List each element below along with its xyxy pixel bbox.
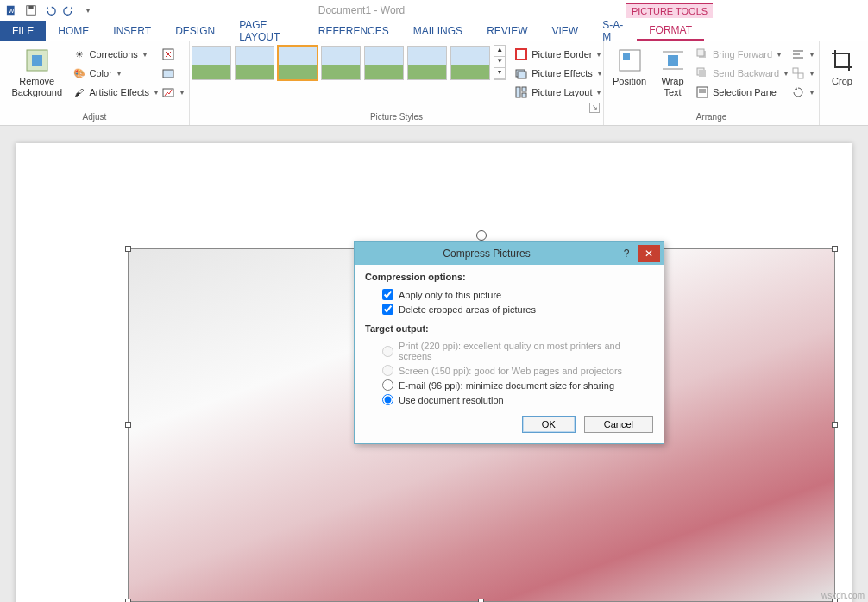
send-backward-icon xyxy=(695,66,709,80)
svg-rect-11 xyxy=(518,72,526,78)
resize-handle-e[interactable] xyxy=(832,422,838,428)
cancel-button[interactable]: Cancel xyxy=(584,416,653,433)
tab-view[interactable]: VIEW xyxy=(539,21,590,41)
style-thumb-4[interactable] xyxy=(321,46,361,80)
bring-forward-button[interactable]: Bring Forward xyxy=(695,45,788,64)
style-thumb-3[interactable] xyxy=(278,46,318,80)
artistic-effects-button[interactable]: 🖌Artistic Effects xyxy=(72,83,158,102)
apply-only-option[interactable]: Apply only to this picture xyxy=(365,287,653,302)
gallery-more-icon[interactable]: ▾ xyxy=(494,68,505,79)
wrap-text-button[interactable]: Wrap Text xyxy=(653,45,692,100)
svg-rect-30 xyxy=(793,68,798,73)
tab-home[interactable]: HOME xyxy=(46,21,101,41)
group-arrange: Position Wrap Text Bring Forward Send Ba… xyxy=(604,41,820,125)
tab-format[interactable]: FORMAT xyxy=(637,21,704,41)
resize-handle-nw[interactable] xyxy=(125,246,131,252)
email-radio[interactable] xyxy=(382,379,393,391)
color-button[interactable]: 🎨Color xyxy=(72,64,158,83)
ribbon-tabs: FILE HOME INSERT DESIGN PAGE LAYOUT REFE… xyxy=(0,21,868,41)
tab-review[interactable]: REVIEW xyxy=(475,21,539,41)
sun-icon: ☀ xyxy=(72,47,86,61)
style-thumb-7[interactable] xyxy=(450,46,490,80)
remove-background-icon xyxy=(23,47,51,74)
save-icon[interactable] xyxy=(22,2,40,19)
position-icon xyxy=(616,47,644,74)
dialog-title: Compress Pictures xyxy=(358,248,615,260)
qat-customize-icon[interactable]: ▾ xyxy=(79,2,97,19)
layout-icon xyxy=(514,85,528,99)
redo-icon[interactable] xyxy=(60,2,78,19)
dialog-body: Compression options: Apply only to this … xyxy=(355,265,664,443)
svg-rect-23 xyxy=(699,70,706,77)
align-button[interactable] xyxy=(791,45,814,64)
position-button[interactable]: Position xyxy=(609,45,650,89)
tab-mailings[interactable]: MAILINGS xyxy=(401,21,475,41)
picture-layout-button[interactable]: Picture Layout xyxy=(514,83,601,102)
selection-pane-icon xyxy=(695,85,709,99)
ok-button[interactable]: OK xyxy=(522,416,576,433)
gallery-scroll[interactable]: ▲▼▾ xyxy=(494,45,506,80)
crop-icon xyxy=(828,47,856,74)
group-adjust-label: Adjust xyxy=(5,110,184,123)
style-thumb-6[interactable] xyxy=(407,46,447,80)
dialog-help-button[interactable]: ? xyxy=(615,245,638,262)
group-picture-styles: ▲▼▾ Picture Border Picture Effects Pictu… xyxy=(190,41,604,125)
reset-picture-button[interactable] xyxy=(161,83,184,102)
use-doc-res-option[interactable]: Use document resolution xyxy=(365,392,653,407)
picture-effects-button[interactable]: Picture Effects xyxy=(514,64,601,83)
tab-sam[interactable]: S-A-M xyxy=(590,21,637,41)
tab-file[interactable]: FILE xyxy=(0,21,46,41)
remove-background-button[interactable]: Remove Background xyxy=(5,45,69,100)
undo-icon[interactable] xyxy=(41,2,59,19)
svg-rect-7 xyxy=(163,70,173,78)
style-thumb-5[interactable] xyxy=(364,46,404,80)
print-option: Print (220 ppi): excellent quality on mo… xyxy=(365,339,653,363)
palette-icon: 🎨 xyxy=(72,66,86,80)
dialog-close-button[interactable]: ✕ xyxy=(638,245,660,262)
delete-cropped-option[interactable]: Delete cropped areas of pictures xyxy=(365,302,653,317)
send-backward-button[interactable]: Send Backward xyxy=(695,64,788,83)
corrections-button[interactable]: ☀Corrections xyxy=(72,45,158,64)
selection-pane-button[interactable]: Selection Pane xyxy=(695,83,788,102)
svg-rect-12 xyxy=(516,87,520,97)
style-thumb-2[interactable] xyxy=(235,46,274,80)
style-thumb-1[interactable] xyxy=(192,46,231,80)
compress-pictures-button[interactable] xyxy=(161,45,184,64)
tab-insert[interactable]: INSERT xyxy=(101,21,163,41)
picture-border-button[interactable]: Picture Border xyxy=(514,45,601,64)
rotate-handle[interactable] xyxy=(476,230,487,241)
compress-pictures-dialog: Compress Pictures ? ✕ Compression option… xyxy=(354,241,664,444)
rotate-button[interactable] xyxy=(791,83,814,102)
crop-button[interactable]: Crop xyxy=(825,45,859,89)
use-doc-res-radio[interactable] xyxy=(382,394,393,405)
svg-rect-31 xyxy=(798,73,803,78)
resize-handle-s[interactable] xyxy=(478,599,484,602)
dialog-titlebar[interactable]: Compress Pictures ? ✕ xyxy=(355,242,664,265)
resize-handle-ne[interactable] xyxy=(832,246,838,252)
tab-page-layout[interactable]: PAGE LAYOUT xyxy=(227,21,306,41)
wrap-text-icon xyxy=(659,47,687,74)
print-radio xyxy=(382,346,393,357)
apply-only-checkbox[interactable] xyxy=(382,289,393,300)
resize-handle-w[interactable] xyxy=(125,422,131,428)
word-app-icon[interactable]: W xyxy=(3,2,21,19)
email-option[interactable]: E-mail (96 ppi): minimize document size … xyxy=(365,378,653,392)
screen-option: Screen (150 ppi): good for Web pages and… xyxy=(365,363,653,378)
tab-design[interactable]: DESIGN xyxy=(163,21,227,41)
effects-icon xyxy=(514,66,528,80)
compression-options-label: Compression options: xyxy=(365,272,653,282)
change-picture-button[interactable] xyxy=(161,64,184,83)
reset-icon xyxy=(161,85,175,99)
gallery-down-icon[interactable]: ▼ xyxy=(494,57,505,68)
tab-references[interactable]: REFERENCES xyxy=(306,21,401,41)
svg-rect-5 xyxy=(32,55,42,66)
svg-rect-14 xyxy=(522,93,526,97)
gallery-up-icon[interactable]: ▲ xyxy=(494,46,505,57)
svg-rect-16 xyxy=(623,53,630,60)
picture-styles-launcher[interactable]: ↘ xyxy=(589,103,600,113)
picture-styles-gallery[interactable]: ▲▼▾ xyxy=(192,45,506,80)
resize-handle-sw[interactable] xyxy=(125,599,131,602)
delete-cropped-checkbox[interactable] xyxy=(382,304,393,315)
bring-forward-icon xyxy=(695,47,709,61)
group-button[interactable] xyxy=(791,64,814,83)
